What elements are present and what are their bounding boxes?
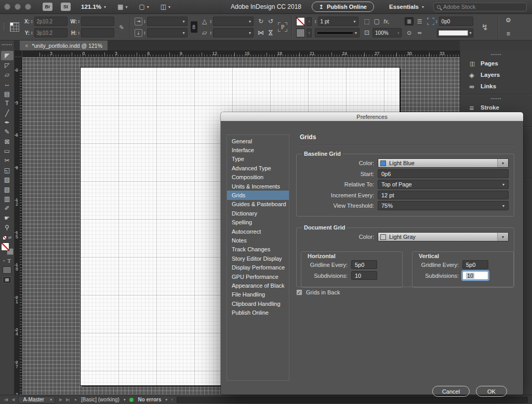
zoom-tool[interactable]: ⚲ — [1, 223, 14, 232]
next-page-button[interactable]: ▶ — [59, 397, 62, 402]
fill-stroke-control[interactable] — [1, 243, 14, 255]
stroke-weight-field[interactable]: 1 pt▾ — [318, 17, 358, 26]
stroke-style-dropdown[interactable]: ▾ — [315, 28, 360, 37]
chevron-down-icon[interactable]: ▾ — [124, 398, 126, 402]
reference-point-proxy[interactable] — [10, 22, 19, 32]
adobe-stock-search-input[interactable]: Adobe Stock — [433, 3, 527, 11]
default-fill-stroke-icon[interactable] — [3, 236, 7, 240]
height-stepper[interactable]: ▴▾ — [78, 31, 80, 35]
increment-every-field[interactable]: 12 pt — [378, 191, 509, 199]
rotation-angle-field[interactable]: ▾ — [213, 17, 254, 26]
preflight-gauge-icon[interactable]: ◔ — [73, 397, 77, 403]
normal-screen-mode-button[interactable] — [3, 266, 11, 274]
text-wrap-jump-button[interactable]: ≂ — [415, 29, 424, 37]
gradient-tool[interactable]: ▨ — [1, 175, 14, 184]
height-field[interactable] — [81, 28, 114, 37]
rotate-cw-button[interactable]: ↻ — [257, 18, 265, 25]
preferences-sidebar-item[interactable]: Appearance of Black — [227, 281, 289, 290]
text-wrap-object-button[interactable]: ⊙ — [405, 29, 414, 37]
page-number-dropdown[interactable]: A-Master — [18, 396, 55, 403]
stock-button[interactable]: St — [61, 3, 71, 11]
cancel-button[interactable]: Cancel — [432, 386, 470, 397]
preferences-sidebar-item[interactable]: Dictionary — [227, 209, 289, 218]
page-tool[interactable]: ▱ — [1, 70, 14, 79]
inset-spacing-field[interactable]: 0p0 — [439, 17, 473, 26]
preferences-sidebar-item[interactable]: Spelling — [227, 218, 289, 227]
pen-tool[interactable]: ✒ — [1, 118, 14, 127]
note-tool[interactable]: ▥ — [1, 194, 14, 204]
arrange-documents-dropdown[interactable]: ◫ ▾ — [161, 3, 170, 10]
flip-vertical-button[interactable]: ⋈ — [267, 29, 274, 37]
frame-fitting-icon[interactable] — [427, 18, 434, 25]
hand-tool[interactable]: ☛ — [1, 213, 14, 223]
type-tool[interactable]: T — [1, 99, 14, 108]
stroke-weight-stepper[interactable]: ▴▾ — [315, 19, 316, 23]
width-stepper[interactable]: ▴▾ — [78, 19, 80, 23]
document-grid-color-dropdown[interactable]: Light Gray ▾ — [378, 232, 509, 241]
baseline-color-dropdown[interactable]: Light Blue ▾ — [378, 158, 509, 168]
horizontal-subdivisions-field[interactable]: 10 — [351, 271, 377, 280]
zoom-level-dropdown[interactable]: 121.1% ▾ — [81, 4, 106, 10]
gradient-feather-tool[interactable]: ▧ — [1, 184, 14, 194]
workspace-switcher[interactable]: Essentials ▾ — [389, 4, 424, 10]
panel-grip[interactable]: •••••• — [2, 42, 12, 47]
previous-page-button[interactable]: ◀ — [11, 397, 14, 402]
horizontal-gridline-field[interactable]: 5p0 — [351, 260, 377, 269]
preflight-status[interactable]: No errors — [138, 397, 161, 402]
preferences-sidebar-item[interactable]: Autocorrect — [227, 227, 289, 236]
vertical-ruler[interactable]: 036912151821242730 — [15, 57, 22, 395]
content-collector-tool[interactable]: ▤ — [1, 89, 14, 99]
width-field[interactable] — [81, 17, 114, 26]
minimize-window-icon[interactable] — [15, 4, 21, 10]
scale-x-field[interactable]: ▾ — [147, 17, 188, 26]
preview-mode-button[interactable] — [3, 276, 11, 284]
grids-in-back-checkbox[interactable]: ✓ — [296, 289, 302, 295]
gap-tool[interactable]: ↔ — [1, 79, 14, 89]
preferences-sidebar-item[interactable]: Composition — [227, 173, 289, 182]
panel-pages[interactable]: Pages — [460, 58, 532, 69]
eyedropper-tool[interactable]: ✐ — [1, 204, 14, 213]
start-field[interactable]: 0p6 — [378, 169, 509, 178]
preferences-sidebar-item[interactable]: Publish Online — [227, 308, 289, 317]
text-wrap-bounding-box-button[interactable]: ☰ — [415, 17, 424, 25]
panel-menu-icon[interactable]: ≡ — [507, 30, 510, 37]
bridge-button[interactable]: Br — [43, 3, 52, 11]
preferences-sidebar-item[interactable]: File Handling — [227, 290, 289, 299]
preferences-sidebar-item[interactable]: Units & Increments — [227, 182, 289, 191]
publish-online-button[interactable]: ↥ Publish Online — [312, 2, 374, 12]
ruler-corner[interactable] — [15, 50, 22, 57]
panel-links[interactable]: Links — [460, 80, 532, 92]
preferences-sidebar-item[interactable]: Advanced Type — [227, 164, 289, 172]
preferences-sidebar-item[interactable]: Type — [227, 155, 289, 164]
formatting-affects-text-icon[interactable]: T — [7, 258, 11, 264]
relative-to-dropdown[interactable]: Top of Page — [378, 180, 509, 189]
flip-horizontal-button[interactable]: ⋈ — [257, 29, 265, 36]
pencil-tool[interactable]: ✎ — [1, 127, 14, 137]
preferences-sidebar-item[interactable]: Grids — [227, 191, 289, 199]
stroke-swatch-none[interactable] — [1, 243, 9, 251]
horizontal-scrollbar[interactable] — [177, 397, 528, 403]
preferences-sidebar-item[interactable]: Clipboard Handling — [227, 299, 289, 308]
close-tab-icon[interactable]: × — [25, 43, 28, 49]
select-container-button[interactable]: P — [278, 22, 287, 32]
stroke-color-expand[interactable]: › — [307, 17, 312, 26]
fill-color-swatch[interactable] — [296, 29, 305, 37]
vertical-subdivisions-field-focused[interactable]: 10 — [462, 271, 488, 280]
gear-icon[interactable]: ⚙ — [506, 17, 511, 24]
preferences-sidebar-item[interactable]: Display Performance — [227, 263, 289, 272]
view-threshold-dropdown[interactable]: 75% — [378, 201, 509, 210]
direct-selection-tool[interactable]: ◸ — [1, 60, 14, 70]
constrain-scale-link-icon[interactable]: 8 — [191, 21, 197, 33]
panel-layers[interactable]: Layers — [460, 69, 532, 80]
corner-radius-icon[interactable]: ▢ — [373, 18, 381, 25]
panel-grip[interactable]: •••••• — [460, 96, 532, 101]
rotate-ccw-button[interactable]: ↺ — [267, 18, 275, 25]
chevron-down-icon[interactable]: ▾ — [165, 398, 167, 402]
x-position-field[interactable]: 2p10.2 — [34, 17, 68, 26]
fill-color-expand[interactable]: › — [307, 29, 312, 37]
preferences-sidebar-item[interactable]: Track Changes — [227, 245, 289, 254]
constrain-proportions-icon[interactable]: ∞ — [116, 21, 127, 32]
scale-y-field[interactable]: ▾ — [147, 28, 188, 37]
preferences-sidebar-item[interactable]: Guides & Pasteboard — [227, 200, 289, 209]
y-stepper[interactable]: ▴▾ — [31, 31, 33, 35]
